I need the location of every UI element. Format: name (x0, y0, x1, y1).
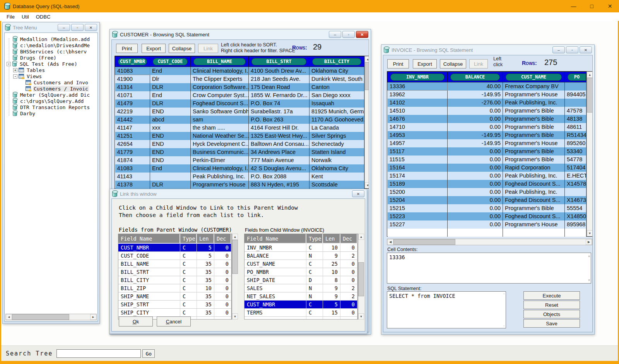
table-cell[interactable]: P.O. Box 263 (249, 116, 310, 124)
table-cell[interactable]: 42654 (115, 140, 150, 148)
table-cell[interactable]: 41143 (115, 173, 150, 181)
table-cell[interactable]: 777 Main Avenue (249, 156, 310, 164)
column-header[interactable]: BALANCE (448, 72, 503, 82)
table-row[interactable]: SALESN92 (245, 284, 357, 292)
table-cell[interactable]: CUST_NMBR (118, 244, 180, 252)
table-row[interactable]: BILL_STRTC350 (118, 268, 231, 276)
print-button[interactable]: Print (116, 44, 138, 53)
parent-fields-scrollbar[interactable]: ▲ ▼ (232, 234, 238, 320)
table-cell[interactable]: 41442 (115, 116, 150, 124)
table-cell[interactable]: 5 (323, 301, 340, 309)
table-row[interactable]: NET_SALESN92 (245, 292, 357, 301)
table-cell[interactable]: 13962 (388, 91, 448, 99)
table-row[interactable]: 42654ENDHyck Development C...Balltown An… (115, 140, 364, 148)
maximize-icon[interactable]: □ (583, 0, 601, 12)
table-cell[interactable]: C (306, 260, 323, 268)
table-row[interactable]: 14957-149.95Programmer's House895260 (388, 139, 587, 147)
table-cell[interactable]: 47578 (565, 107, 587, 115)
table-cell[interactable]: 0 (214, 244, 231, 252)
table-cell[interactable]: CUST_NMBR (245, 301, 306, 309)
table-cell[interactable]: N (306, 292, 323, 301)
table-cell[interactable]: 15223 (388, 212, 448, 220)
table-cell[interactable]: 35 (197, 309, 214, 317)
table-cell[interactable]: SHIP_DATE (245, 276, 306, 284)
table-cell[interactable]: N (306, 252, 323, 260)
scrollbar-thumb[interactable] (232, 240, 238, 274)
table-cell[interactable]: Programmer's Bible (503, 147, 565, 156)
table-cell[interactable]: 0 (214, 284, 231, 292)
table-row[interactable] (388, 229, 587, 237)
table-cell[interactable]: 5 (197, 252, 214, 260)
table-cell[interactable]: Schenectady (310, 140, 364, 148)
tree-item[interactable]: SQL Test (Ads Free) (5, 61, 97, 67)
table-row[interactable]: 145100.00Programmer's Bible47578 (388, 107, 587, 115)
table-cell[interactable]: Kent (310, 173, 364, 181)
table-cell[interactable]: TERMS (245, 309, 306, 317)
table-cell[interactable]: 894405 (565, 91, 587, 99)
table-cell[interactable]: 883 N Hyden, #195 (249, 181, 310, 189)
table-row[interactable]: BILL_CITYC350 (118, 276, 231, 284)
table-cell[interactable] (448, 229, 503, 237)
table-cell[interactable]: 0 (340, 309, 357, 317)
table-cell[interactable]: C (180, 260, 197, 268)
table-cell[interactable]: 2 (340, 284, 357, 292)
table-row[interactable]: 41071EndCrow Computer Syst...1855 W. Fer… (115, 91, 364, 99)
table-cell[interactable]: 15 (323, 309, 340, 317)
table-cell[interactable]: 2 (340, 292, 357, 301)
table-row[interactable]: 41143Peak Publishing, Inc.P.O. Box 2088K… (115, 173, 364, 181)
table-row[interactable]: 152230.00Foghead Discount S...X14850JA (388, 212, 587, 220)
table-cell[interactable]: 10 (197, 284, 214, 292)
scroll-left-icon[interactable]: ◀ (387, 239, 393, 245)
scroll-down-icon[interactable]: ▼ (358, 313, 364, 320)
table-row[interactable]: 14953-149.95Programmer's BibleR51434 (388, 131, 587, 139)
table-cell[interactable]: CUST_CODE (118, 252, 180, 260)
menu-util[interactable]: Util (18, 13, 32, 21)
table-cell[interactable]: 15215 (388, 204, 448, 212)
table-cell[interactable]: NET_SALES (245, 292, 306, 301)
table-cell[interactable]: 218 Jan Seeds Ave. (249, 75, 310, 83)
table-cell[interactable] (565, 229, 587, 237)
search-tree-input[interactable] (56, 349, 141, 358)
cancel-button[interactable]: Cancel (157, 316, 191, 326)
cell-contents-box[interactable]: 13336 ▲ ▼ (387, 253, 591, 284)
table-cell[interactable]: Business Communic... (191, 148, 249, 156)
table-row[interactable]: 1333640.00Fremax Company BV (388, 82, 587, 91)
scrollbar-thumb[interactable] (587, 78, 593, 113)
table-cell[interactable]: C (180, 284, 197, 292)
table-row[interactable]: 151890.00Foghead Discount S...X14578JA (388, 180, 587, 188)
table-cell[interactable] (150, 173, 191, 181)
table-cell[interactable]: Oklahoma City (310, 164, 364, 173)
table-cell[interactable]: 0.00 (448, 204, 503, 212)
table-cell[interactable]: 54778 (565, 156, 587, 164)
expander-plus-icon[interactable] (13, 68, 17, 72)
table-row[interactable]: 151740.00Peak Publishing, Inc.E.HECTO (388, 172, 587, 180)
table-cell[interactable]: Programmer's Bible (503, 204, 565, 212)
table-cell[interactable]: Canton (310, 83, 364, 91)
minimize-icon[interactable]: — (564, 0, 583, 12)
menu-file[interactable]: File (3, 13, 18, 21)
table-row[interactable]: SHIP_NAMEC350 (118, 292, 231, 301)
table-cell[interactable]: P.O. Box 2088 (249, 173, 310, 181)
table-cell[interactable]: 0 (340, 268, 357, 276)
table-row[interactable]: 147100.00Programmer's Bible48611 (388, 123, 587, 131)
maximize-icon[interactable]: ▫ (342, 31, 355, 38)
collapse-button[interactable]: Collapse (440, 59, 466, 68)
table-cell[interactable]: 41071 (115, 91, 150, 99)
table-cell[interactable]: The Clipper Experts (191, 75, 249, 83)
table-cell[interactable]: End (150, 164, 191, 173)
table-cell[interactable]: Foghead Discount S... (503, 180, 565, 188)
table-cell[interactable]: 0.00 (448, 180, 503, 188)
scrollbar-thumb[interactable] (365, 62, 369, 90)
table-cell[interactable]: BILL_CITY (118, 276, 180, 284)
table-cell[interactable]: Statten Island (310, 148, 364, 156)
table-cell[interactable]: END (150, 148, 191, 156)
table-cell[interactable] (388, 229, 448, 237)
table-cell[interactable]: 4100 South Drew Av... (249, 67, 310, 75)
table-cell[interactable]: 9 (323, 292, 340, 301)
customer-titlebar[interactable]: CUSTOMER - Browsing SQL Statement – ▫ ✕ (111, 29, 369, 39)
tree-item[interactable]: Meter (SqlQuery.add Dic (5, 92, 97, 98)
table-cell[interactable]: Balltown And Consau... (249, 140, 310, 148)
table-row[interactable]: SHIP_CITYC350 (118, 309, 231, 317)
table-cell[interactable]: 1325 East-West Hwy... (249, 132, 310, 140)
table-cell[interactable]: 41900 (115, 75, 150, 83)
